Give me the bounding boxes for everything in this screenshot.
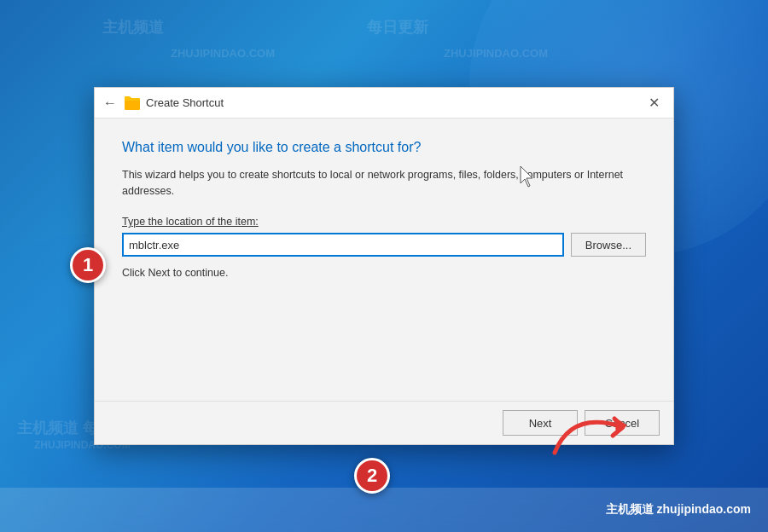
dialog-icon [124, 95, 141, 112]
field-label: Type the location of the item: [122, 216, 646, 228]
location-input-row: Browse... [122, 233, 646, 257]
dialog-description: This wizard helps you to create shortcut… [122, 167, 646, 200]
close-button[interactable]: ✕ [634, 88, 673, 119]
browse-button[interactable]: Browse... [571, 233, 646, 257]
hint-text: Click Next to continue. [122, 267, 646, 279]
cancel-button[interactable]: Cancel [585, 410, 660, 436]
dialog-overlay: ← Create Shortcut ✕ What item would you … [0, 0, 768, 532]
location-input[interactable] [122, 233, 564, 257]
dialog-footer: Next Cancel [95, 401, 673, 444]
next-button[interactable]: Next [503, 410, 578, 436]
dialog-body: What item would you like to create a sho… [95, 119, 673, 401]
dialog-titlebar: ← Create Shortcut ✕ [95, 88, 673, 119]
create-shortcut-dialog: ← Create Shortcut ✕ What item would you … [94, 87, 674, 445]
step-badge-2: 2 [354, 458, 390, 494]
dialog-title: Create Shortcut [146, 96, 634, 109]
back-button[interactable]: ← [102, 95, 119, 112]
step-badge-1: 1 [70, 247, 106, 283]
dialog-heading: What item would you like to create a sho… [122, 139, 646, 157]
